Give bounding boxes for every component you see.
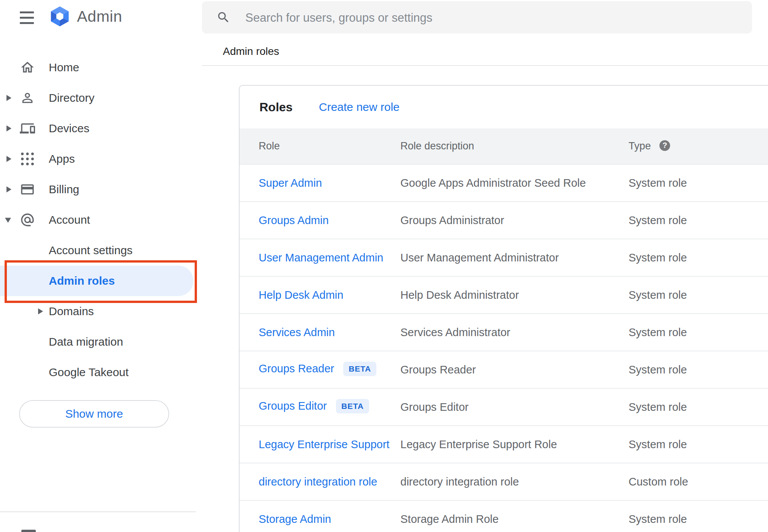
expand-arrow-icon[interactable] bbox=[38, 308, 43, 314]
admin-logo[interactable]: Admin bbox=[49, 5, 122, 27]
sidebar-item-label: Google Takeout bbox=[49, 366, 129, 379]
sidebar-item-apps[interactable]: Apps bbox=[0, 144, 202, 174]
sidebar-item-label: Domains bbox=[49, 305, 94, 318]
sidebar-item-domains[interactable]: Domains bbox=[0, 296, 202, 327]
role-type: Custom role bbox=[629, 476, 688, 488]
expand-arrow-icon[interactable] bbox=[6, 125, 11, 131]
collapse-arrow-icon[interactable] bbox=[5, 218, 11, 223]
at-sign-icon bbox=[20, 212, 35, 228]
table-row[interactable]: Storage AdminStorage Admin RoleSystem ro… bbox=[240, 501, 768, 532]
role-link[interactable]: Groups Reader bbox=[259, 362, 334, 375]
sidebar-item-home[interactable]: Home bbox=[0, 52, 202, 83]
role-description: Services Administrator bbox=[400, 326, 510, 339]
hamburger-bar bbox=[20, 11, 34, 13]
sidebar-item-label: Billing bbox=[49, 183, 79, 196]
sidebar-bottom-divider bbox=[0, 511, 196, 512]
sidebar-item-label: Apps bbox=[49, 152, 75, 165]
sidebar-item-label: Admin roles bbox=[49, 274, 115, 287]
expand-arrow-icon[interactable] bbox=[6, 95, 11, 101]
show-more-label: Show more bbox=[65, 407, 123, 420]
sidebar-item-billing[interactable]: Billing bbox=[0, 174, 202, 205]
table-row[interactable]: directory integration roledirectory inte… bbox=[240, 463, 768, 501]
sidebar-item-account-settings[interactable]: Account settings bbox=[0, 235, 202, 266]
role-link[interactable]: Services Admin bbox=[259, 326, 335, 338]
role-description: User Management Administrator bbox=[400, 252, 559, 264]
cut-off-icon bbox=[21, 530, 36, 532]
role-type: System role bbox=[629, 252, 687, 264]
role-cell: Storage Admin bbox=[259, 513, 331, 526]
sidebar-item-account[interactable]: Account bbox=[0, 205, 202, 235]
table-row[interactable]: Services AdminServices AdministratorSyst… bbox=[240, 314, 768, 351]
role-description: Google Apps Administrator Seed Role bbox=[400, 177, 586, 189]
credit-card-icon bbox=[20, 182, 35, 197]
role-link[interactable]: Super Admin bbox=[259, 177, 322, 189]
person-icon bbox=[20, 90, 35, 106]
create-new-role-link[interactable]: Create new role bbox=[319, 86, 400, 128]
role-type: System role bbox=[629, 364, 687, 376]
search-bar bbox=[202, 1, 752, 34]
role-link[interactable]: Groups Admin bbox=[259, 214, 329, 226]
expand-arrow-icon[interactable] bbox=[6, 156, 11, 162]
table-row[interactable]: User Management AdminUser Management Adm… bbox=[240, 239, 768, 277]
role-type: System role bbox=[629, 513, 687, 526]
sidebar-item-data-migration[interactable]: Data migration bbox=[0, 327, 202, 357]
sidebar-item-label: Home bbox=[49, 61, 79, 74]
help-icon[interactable]: ? bbox=[659, 140, 670, 151]
role-link[interactable]: Groups Editor bbox=[259, 400, 327, 412]
home-icon bbox=[20, 60, 35, 75]
role-cell: Groups EditorBETA bbox=[259, 400, 369, 414]
sidebar-item-label: Account bbox=[49, 213, 90, 226]
search-icon bbox=[216, 10, 230, 24]
role-cell: Groups Admin bbox=[259, 214, 329, 227]
sidebar-item-directory[interactable]: Directory bbox=[0, 83, 202, 113]
role-cell: Services Admin bbox=[259, 326, 335, 339]
role-cell: directory integration role bbox=[259, 476, 377, 488]
table-row[interactable]: Super AdminGoogle Apps Administrator See… bbox=[240, 165, 768, 202]
role-link[interactable]: Legacy Enterprise Support bbox=[259, 438, 389, 450]
role-cell: Super Admin bbox=[259, 177, 322, 189]
role-type: System role bbox=[629, 326, 687, 339]
sidebar-item-admin-roles[interactable]: Admin roles bbox=[0, 266, 194, 296]
sidebar-item-google-takeout[interactable]: Google Takeout bbox=[0, 357, 202, 388]
sidebar-item-label: Directory bbox=[49, 91, 94, 104]
role-link[interactable]: User Management Admin bbox=[259, 252, 383, 264]
roles-table-header: Role Role description Type ? bbox=[240, 128, 768, 165]
column-header-type: Type ? bbox=[629, 128, 670, 164]
role-type: System role bbox=[629, 401, 687, 413]
expand-arrow-icon[interactable] bbox=[6, 186, 11, 192]
role-type: System role bbox=[629, 438, 687, 451]
column-header-description: Role description bbox=[400, 128, 474, 164]
role-description: Help Desk Administrator bbox=[400, 289, 519, 301]
role-link[interactable]: directory integration role bbox=[259, 476, 377, 488]
show-more-button[interactable]: Show more bbox=[19, 400, 169, 428]
role-description: Groups Editor bbox=[400, 401, 469, 413]
table-row[interactable]: Groups ReaderBETAGroups ReaderSystem rol… bbox=[240, 351, 768, 389]
hamburger-bar bbox=[20, 22, 34, 24]
sidebar-item-label: Devices bbox=[49, 122, 90, 135]
role-link[interactable]: Storage Admin bbox=[259, 513, 331, 525]
roles-card-header: Roles Create new role bbox=[240, 86, 768, 128]
role-description: Legacy Enterprise Support Role bbox=[400, 438, 557, 451]
apps-grid-icon bbox=[20, 151, 35, 167]
table-row[interactable]: Legacy Enterprise SupportLegacy Enterpri… bbox=[240, 426, 768, 463]
role-link[interactable]: Help Desk Admin bbox=[259, 289, 343, 301]
table-row[interactable]: Groups EditorBETAGroups EditorSystem rol… bbox=[240, 389, 768, 426]
search-input[interactable] bbox=[245, 1, 738, 34]
role-cell: Help Desk Admin bbox=[259, 289, 343, 301]
sidebar-nav: HomeDirectoryDevicesAppsBillingAccountAc… bbox=[0, 52, 202, 388]
role-description: directory integration role bbox=[400, 476, 519, 488]
role-description: Storage Admin Role bbox=[400, 513, 499, 526]
role-cell: User Management Admin bbox=[259, 252, 383, 264]
card-title: Roles bbox=[259, 86, 293, 128]
role-cell: Legacy Enterprise Support bbox=[259, 438, 389, 451]
role-description: Groups Reader bbox=[400, 364, 476, 376]
table-row[interactable]: Help Desk AdminHelp Desk AdministratorSy… bbox=[240, 277, 768, 314]
hamburger-menu-button[interactable] bbox=[18, 8, 36, 27]
devices-icon bbox=[20, 121, 35, 136]
breadcrumb: Admin roles bbox=[223, 45, 279, 58]
content-divider bbox=[202, 65, 768, 66]
table-row[interactable]: Groups AdminGroups AdministratorSystem r… bbox=[240, 202, 768, 239]
sidebar-item-devices[interactable]: Devices bbox=[0, 113, 202, 144]
role-type: System role bbox=[629, 177, 687, 189]
admin-logo-icon bbox=[49, 5, 71, 27]
